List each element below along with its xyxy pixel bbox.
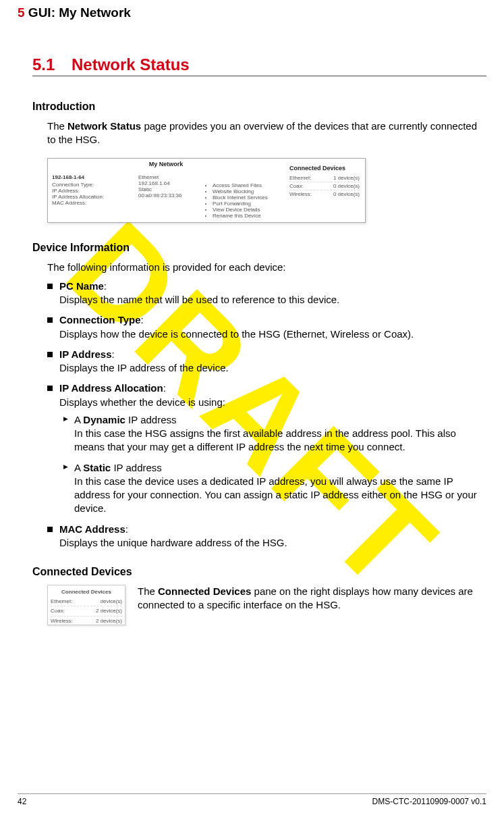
shot-cd-row: Wireless:0 device(s) [289,190,360,198]
cd-if: Coax: [51,607,65,614]
shot-cd-row: Ethernet:1 device(s) [289,174,360,182]
cd-if: Ethernet: [289,175,311,181]
item-desc: Displays the unique hardware address of … [59,537,287,548]
item-title: IP Address Allocation [59,382,163,394]
shot-alloc-value: Static [138,186,196,192]
shot-ip-label: IP Address: [52,188,130,194]
shot-action: Rename this Device [213,213,277,219]
sub-item: A Static IP address In this case the dev… [63,461,486,516]
cd-val: 1 device(s) [333,175,360,181]
sub-detail: In this case the device uses a dedicated… [74,475,477,515]
item-title: Connection Type [59,314,141,325]
shot-ip-value: 192.168.1.64 [138,180,196,186]
list-item: Connection Type: Displays how the device… [47,313,486,341]
shot-device-name: 192-168-1-64 [52,174,130,180]
cd-if: Ethernet: [51,598,72,605]
connected-text: The Connected Devices pane on the right … [138,585,486,625]
list-item: MAC Address: Displays the unique hardwar… [47,523,486,550]
cd-thumb-row: Ethernet:device(s) [51,597,122,606]
shot-mac-value: 00:a0:98:23:33:36 [138,192,196,199]
list-item: IP Address Allocation: Displays whether … [47,382,486,515]
list-item: PC Name: Displays the name that will be … [47,280,486,307]
cd-val: 0 device(s) [333,191,360,197]
item-desc: Displays the IP address of the device. [59,362,229,373]
section-title: Network Status [72,55,190,74]
shot-connected-title: Connected Devices [289,163,360,174]
item-title: IP Address [59,348,112,360]
shot-conn-type-label: Connection Type: [52,182,130,188]
intro-bold: Network Status [67,120,141,132]
sub-bold: Dynamic [83,414,125,425]
network-status-screenshot: My Network 192-168-1-64 Connection Type:… [47,158,366,223]
shot-cd-row: Coax:0 device(s) [289,182,360,190]
item-desc: Displays the name that will be used to r… [59,294,339,305]
shot-ip-alloc-label: IP Address Allocation: [52,194,130,200]
intro-text-pre: The [47,120,67,132]
page-number: 42 [18,797,26,806]
shot-action: Block Internet Services [213,194,277,201]
cd-if: Wireless: [51,617,73,625]
shot-my-network-title: My Network [48,159,284,170]
device-info-list: PC Name: Displays the name that will be … [47,280,486,550]
item-desc: Displays how the device is connected to … [59,328,414,340]
item-desc: Displays whether the device is using: [59,396,225,408]
item-title: PC Name [59,280,104,292]
connected-bold: Connected Devices [158,585,251,597]
connected-text-pre: The [138,585,158,597]
intro-text: The Network Status page provides you an … [47,120,486,147]
doc-id: DMS-CTC-20110909-0007 v0.1 [372,797,486,806]
shot-action: Port Forwarding [213,201,277,207]
intro-heading: Introduction [32,101,486,113]
connected-heading: Connected Devices [32,566,486,578]
shot-action: Website Blocking [213,188,277,194]
shot-eth-value: Ethernet [138,174,196,180]
sub-tail: IP address [111,462,162,473]
cd-thumb-row: Coax:2 device(s) [51,606,122,616]
list-item: IP Address: Displays the IP address of t… [47,348,486,375]
sub-bold: Static [83,462,111,473]
sub-lead: A [74,462,83,473]
cd-thumb-row: Wireless:2 device(s) [51,617,122,625]
cd-val: 2 device(s) [96,617,122,625]
sub-detail: In this case the HSG assigns the first a… [74,427,456,452]
sub-item: A Dynamic IP address In this case the HS… [63,413,486,454]
item-title: MAC Address [59,523,125,535]
connected-devices-thumb: Connected Devices Ethernet:device(s) Coa… [47,585,125,625]
sub-list: A Dynamic IP address In this case the HS… [63,413,486,516]
page-header: 5 GUI: My Network [18,0,486,23]
sub-tail: IP address [125,414,177,425]
section-heading: 5.1 Network Status [32,55,486,76]
chapter-title: GUI: My Network [28,5,131,20]
cd-val: 2 device(s) [96,607,122,614]
shot-actions-list: Access Shared Files Website Blocking Blo… [213,182,277,219]
shot-mac-label: MAC Address: [52,200,130,206]
sub-lead: A [74,414,83,425]
shot-action: View Device Details [213,207,277,213]
device-info-lead: The following information is provided fo… [47,261,486,274]
cd-thumb-title: Connected Devices [51,588,122,596]
cd-val: device(s) [101,598,122,605]
page-footer: 42 DMS-CTC-20110909-0007 v0.1 [18,793,486,806]
cd-val: 0 device(s) [333,183,360,189]
chapter-number: 5 [18,5,25,20]
device-info-heading: Device Information [32,242,486,254]
cd-if: Wireless: [289,191,312,197]
section-number: 5.1 [32,55,57,74]
shot-action: Access Shared Files [213,182,277,188]
cd-if: Coax: [289,183,304,189]
